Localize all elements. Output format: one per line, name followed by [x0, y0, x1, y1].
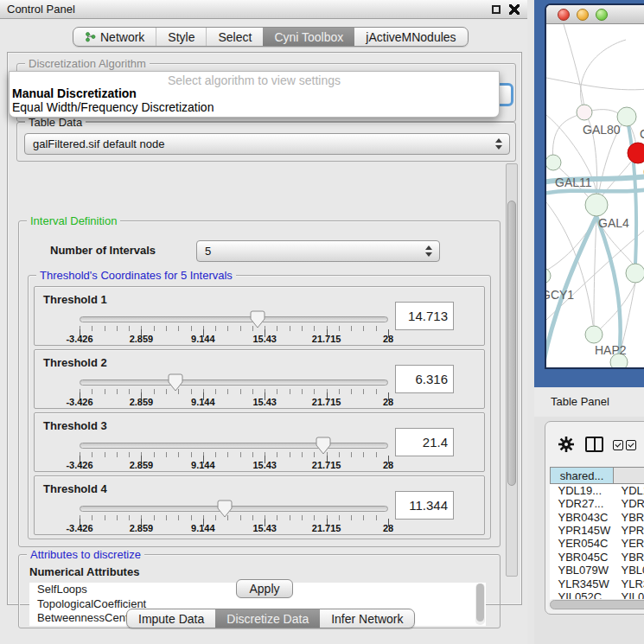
scrollbar-thumb[interactable]	[550, 600, 644, 609]
tab-infer-network[interactable]: Infer Network	[320, 609, 414, 628]
control-panel-titlebar: Control Panel	[0, 0, 529, 19]
network-nodes[interactable]	[546, 105, 644, 369]
tab-cyni-toolbox[interactable]: Cyni Toolbox	[263, 28, 354, 46]
slider-thumb[interactable]	[250, 310, 265, 328]
list-scrollbar[interactable]	[475, 583, 485, 625]
node-table: shared... na YDL19...YDL1 YDR27...YDR2 Y…	[550, 467, 644, 603]
table-row[interactable]: YBR045CYBR0	[551, 551, 644, 564]
screen: Control Panel Network Style Select Cyni …	[0, 0, 644, 644]
cyni-toolbox-panel: Discretization Algorithm Table Data galF…	[7, 52, 522, 605]
minimize-traffic-light-icon[interactable]	[577, 9, 589, 21]
float-window-icon[interactable]	[492, 5, 501, 14]
attributes-group-title: Attributes to discretize	[27, 548, 144, 561]
slider-track[interactable]	[80, 506, 388, 512]
svg-text:GAL4: GAL4	[598, 216, 629, 230]
svg-text:GAL80: GAL80	[583, 123, 621, 137]
svg-text:HAP2: HAP2	[595, 343, 627, 357]
tab-discretize-data[interactable]: Discretize Data	[215, 609, 320, 628]
stepper-icon	[425, 245, 433, 258]
interval-definition-group: Interval Definition Number of Intervals …	[18, 220, 501, 547]
slider-thumb[interactable]	[217, 500, 233, 518]
network-canvas[interactable]: GAL80 GA C GAL11 GAL4 GCY1 H HAP2	[546, 24, 644, 369]
threshold-value-field[interactable]: 11.344	[395, 491, 454, 520]
tab-jactivemnodules[interactable]: jActiveMNodules	[354, 28, 467, 46]
slider-tick-labels: -3.426 2.859 9.144 15.43 21.715 28	[80, 334, 388, 346]
column-header-shared-name[interactable]: shared...	[551, 468, 614, 484]
table-panel: shared... na YDL19...YDL1 YDR27...YDR2 Y…	[545, 421, 644, 615]
table-data-selected-value: galFiltered.sif default node	[33, 137, 164, 150]
table-row[interactable]: YBR043CYBR0	[551, 510, 644, 523]
svg-text:GCY1: GCY1	[546, 288, 574, 302]
slider-ticks	[80, 452, 388, 457]
node-hap2	[585, 326, 603, 343]
close-icon[interactable]	[509, 4, 520, 15]
dropdown-hint: Select algorithm to view settings	[10, 72, 499, 86]
numerical-attributes-label: Numerical Attributes	[29, 565, 139, 578]
threshold-panel: Threshold 3 -3.426 2.859	[34, 412, 485, 472]
tab-style-label: Style	[168, 30, 194, 44]
node	[626, 264, 644, 283]
algorithm-dropdown-popup: Select algorithm to view settings Manual…	[9, 71, 500, 118]
table-row[interactable]: YER054CYER0	[551, 537, 644, 550]
threshold-slider[interactable]: -3.426 2.859 9.144 15.43 21.715 28	[80, 506, 388, 535]
table-row[interactable]: YPR145WYPR1	[551, 524, 644, 537]
threshold-slider[interactable]: -3.426 2.859 9.144 15.43 21.715 28	[80, 379, 388, 409]
node-gal4	[585, 194, 608, 216]
interval-definition-group-title: Interval Definition	[27, 214, 120, 227]
slider-tick-labels: -3.426 2.859 9.144 15.43 21.715 28	[80, 523, 388, 535]
gear-icon[interactable]	[557, 435, 576, 454]
apply-button[interactable]: Apply	[236, 579, 293, 598]
table-row[interactable]: YDL19...YDL1	[551, 484, 644, 498]
table-toolbar	[545, 422, 644, 463]
slider-thumb[interactable]	[168, 373, 183, 392]
slider-track[interactable]	[80, 379, 388, 386]
threshold-slider[interactable]: -3.426 2.859 9.144 15.43 21.715 28	[80, 443, 388, 472]
slider-track[interactable]	[80, 443, 388, 449]
threshold-panel: Threshold 2 -3.426 2.859	[34, 349, 485, 409]
number-of-intervals-value: 5	[205, 245, 211, 258]
table-row[interactable]: YLR345WYLR3	[551, 577, 644, 590]
tab-network[interactable]: Network	[73, 28, 156, 46]
split-columns-icon[interactable]	[585, 437, 603, 452]
stepper-icon	[495, 137, 503, 150]
top-tabbar: Network Style Select Cyni Toolbox jActiv…	[73, 27, 469, 47]
tab-select[interactable]: Select	[206, 28, 263, 46]
bottom-tabbar: Impute Data Discretize Data Infer Networ…	[126, 609, 415, 628]
close-traffic-light-icon[interactable]	[558, 9, 570, 21]
slider-tick-labels: -3.426 2.859 9.144 15.43 21.715 28	[80, 397, 388, 409]
threshold-label: Threshold 2	[43, 356, 107, 369]
zoom-traffic-light-icon[interactable]	[596, 9, 608, 21]
table-data-select[interactable]: galFiltered.sif default node	[24, 133, 510, 155]
table-horizontal-scrollbar[interactable]	[548, 599, 644, 610]
threshold-slider[interactable]: -3.426 2.859 9.144 15.43 21.715 28	[80, 316, 388, 346]
table-data-group: Table Data galFiltered.sif default node	[16, 122, 516, 162]
column-header-name[interactable]: na	[614, 468, 644, 484]
tab-infer-network-label: Infer Network	[331, 612, 403, 626]
slider-ticks	[80, 515, 388, 520]
network-view-window[interactable]: GAL80 GA C GAL11 GAL4 GCY1 H HAP2	[545, 3, 644, 369]
threshold-value-field[interactable]: 6.316	[395, 365, 454, 393]
table-row[interactable]: YBL079WYBL0	[551, 564, 644, 577]
threshold-value-field[interactable]: 14.713	[395, 302, 454, 330]
tab-cyni-toolbox-label: Cyni Toolbox	[274, 30, 343, 44]
slider-track[interactable]	[80, 316, 388, 322]
dropdown-option-manual[interactable]: Manual Discretization	[10, 86, 499, 100]
slider-thumb[interactable]	[316, 437, 331, 455]
tab-style[interactable]: Style	[156, 28, 206, 46]
panel-vertical-scrollbar[interactable]	[506, 163, 518, 577]
tab-impute-data[interactable]: Impute Data	[127, 609, 215, 628]
tab-select-label: Select	[218, 30, 252, 44]
threshold-panel: Threshold 1 -3.426 2.859	[34, 286, 485, 346]
checkbox-icon[interactable]	[626, 440, 636, 450]
slider-tick-labels: -3.426 2.859 9.144 15.43 21.715 28	[80, 460, 388, 472]
discretization-algorithm-group-title: Discretization Algorithm	[25, 57, 150, 70]
dropdown-option-equal-width[interactable]: Equal Width/Frequency Discretization	[10, 100, 499, 114]
number-of-intervals-select[interactable]: 5	[196, 240, 440, 262]
threshold-value-field[interactable]: 21.4	[395, 428, 454, 456]
table-data-group-title: Table Data	[25, 116, 86, 129]
thresholds-group: Threshold's Coordinates for 5 Intervals …	[28, 275, 491, 539]
scrollbar-thumb[interactable]	[507, 201, 516, 486]
threshold-label: Threshold 1	[43, 293, 107, 306]
checkbox-icon[interactable]	[613, 440, 623, 450]
table-row[interactable]: YDR27...YDR2	[551, 497, 644, 510]
